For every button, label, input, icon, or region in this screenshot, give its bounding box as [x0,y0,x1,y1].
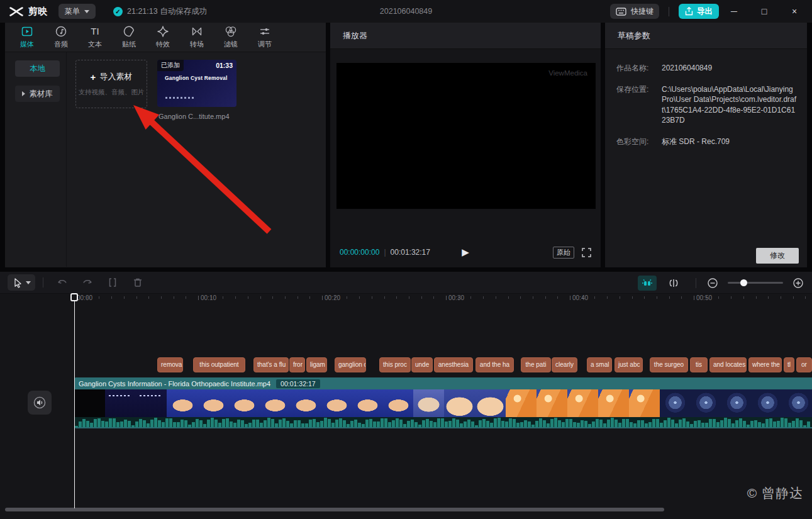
waveform-bar [524,420,527,427]
tab-transitions[interactable]: 转场 [180,25,214,49]
waveform-bar [724,418,727,427]
redo-button[interactable] [75,277,100,288]
ruler-tick [186,296,186,299]
ruler-tick [644,296,645,299]
subtitle-segment[interactable]: fror [289,357,305,372]
waveform-bar [652,419,655,427]
waveform-bar [109,418,112,427]
subtitle-segment[interactable]: where the [748,357,782,372]
tab-audio[interactable]: 音频 [44,25,78,49]
zoom-slider-handle[interactable] [740,279,747,286]
sidebar-item-local[interactable]: 本地 [15,60,60,77]
thumbnail-frame-hand [197,389,228,417]
ruler-tick [483,296,484,299]
horizontal-scrollbar[interactable] [5,508,664,511]
subtitle-segment[interactable]: and the ha [476,357,514,372]
subtitle-segment[interactable]: tis [690,357,708,372]
subtitle-segment[interactable]: that's a flu [253,357,289,372]
ruler-tick [148,296,149,299]
subtitle-segment[interactable]: this proc [379,357,411,372]
thumbnail-frame-hand [228,389,259,417]
minimize-button[interactable]: ─ [719,0,749,23]
capcut-logo-icon [9,6,24,18]
playhead-handle[interactable] [70,293,78,301]
export-icon [685,7,693,16]
subtitle-segment[interactable]: this outpatient [193,357,245,372]
waveform-bar [79,421,82,428]
subtitle-segment[interactable]: remova [157,357,183,372]
original-quality-button[interactable]: 原始 [553,247,574,259]
subtitle-segment[interactable]: ligam [306,357,327,372]
ruler-tick [520,296,521,299]
sidebar-item-library[interactable]: 素材库 [15,86,60,102]
check-circle-icon: ✓ [113,7,123,16]
thumbnail-frame-hand [321,389,352,417]
ruler-tick [372,296,372,299]
export-button[interactable]: 导出 [679,4,719,19]
waveform-bar [784,418,787,427]
subtitle-segment[interactable]: tl [784,357,794,372]
zoom-in-button[interactable] [789,277,807,289]
title-bar: 剪映 菜单 ✓ 21:21:13 自动保存成功 202106040849 快捷键 [0,0,812,23]
timeline-zoom-slider[interactable] [728,282,783,284]
select-tool-button[interactable] [8,274,35,291]
modify-button[interactable]: 修改 [756,248,799,264]
waveform-bar [298,420,301,427]
zoom-out-button[interactable] [704,277,721,289]
thumbnail-frame-cell [752,389,783,417]
time-ruler[interactable]: 00:0000:1000:2000:3000:4000:50 [0,294,812,305]
tab-filters[interactable]: 滤镜 [214,25,248,49]
subtitle-segment[interactable]: a smal [587,357,612,372]
clip-thumb-subtext [165,97,194,99]
tab-text[interactable]: TI 文本 [78,25,112,49]
fullscreen-icon[interactable] [582,248,591,257]
import-media-button[interactable]: + 导入素材 支持视频、音频、图片 [75,60,147,108]
subtitle-segment[interactable]: unde [411,357,433,372]
ruler-tick [421,296,422,299]
tab-audio-label: 音频 [54,40,68,49]
maximize-button[interactable]: □ [749,0,779,23]
ruler-tick [533,296,533,299]
waveform-bar [369,419,372,427]
subtitle-segment[interactable]: clearly [552,357,577,372]
close-button[interactable]: × [779,0,809,23]
ruler-tick [248,296,248,299]
waveform-bar [803,425,806,428]
waveform-bar [414,422,418,427]
delete-button[interactable] [125,277,150,288]
subtitle-segment[interactable]: or [796,357,812,372]
preview-split-button[interactable] [664,276,683,291]
subtitle-segment[interactable]: just abc [615,357,643,372]
tab-media[interactable]: 媒体 [10,25,44,49]
field-color-space: 色彩空间: 标准 SDR - Rec.709 [616,137,797,147]
shortcut-keys-button[interactable]: 快捷键 [610,4,659,19]
waveform-bar [754,420,757,427]
timeline-video-clip[interactable]: Ganglion Cysts Information - Florida Ort… [74,377,812,428]
subtitle-segment[interactable]: ganglion c [335,357,366,372]
media-icon [20,25,34,38]
playhead-line[interactable] [74,293,75,508]
main-track-magnet-toggle[interactable] [638,276,657,291]
waveform-bar [543,420,546,427]
tab-sticker[interactable]: 贴纸 [112,25,146,49]
waveform-bar [792,421,795,428]
keyboard-icon [616,8,626,16]
transitions-icon [190,25,204,38]
subtitle-segment[interactable]: anesthesia [434,357,473,372]
ruler-tick [136,296,137,299]
waveform-bar [214,420,218,427]
subtitle-segment[interactable]: and locates [709,357,747,372]
subtitle-segment[interactable]: the surgeo [650,357,688,372]
undo-button[interactable] [50,277,75,288]
tab-effects[interactable]: 特效 [146,25,180,49]
menu-button[interactable]: 菜单 [58,4,96,19]
ruler-tick [235,296,236,299]
track-mute-button[interactable] [28,391,52,415]
split-button[interactable] [100,277,125,288]
video-preview[interactable]: ViewMedica [336,63,596,209]
media-clip-card[interactable]: 已添加 01:33 Ganglion Cyst Removal [157,60,236,107]
play-button[interactable]: ▶ [462,247,469,258]
subtitle-segment[interactable]: the pati [521,357,551,372]
waveform-bar [313,419,316,427]
tab-adjust[interactable]: 调节 [248,25,282,49]
